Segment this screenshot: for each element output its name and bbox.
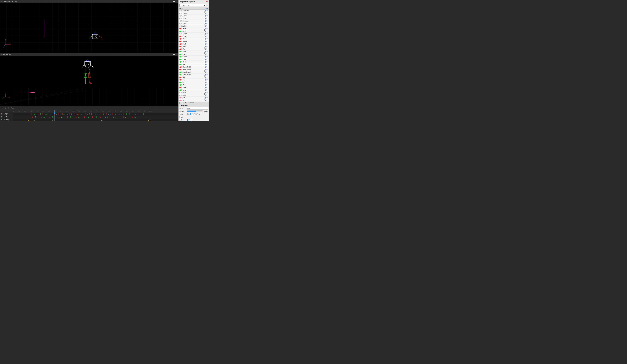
marker-eye-icon[interactable]: 👁 xyxy=(206,25,208,27)
viewport-bottom-maximize[interactable]: ⬜ xyxy=(173,53,175,55)
marker-eye-icon[interactable]: 👁 xyxy=(206,51,208,53)
options-controls[interactable]: 👁 ↗ xyxy=(187,119,195,121)
analog-channels-header[interactable]: ▶ ≈ Analog channels xyxy=(179,102,209,104)
marker-eye-icon[interactable]: 👁 xyxy=(206,35,208,37)
marker-eye-icon[interactable]: 👁 xyxy=(206,56,208,58)
timeline-tool-icon[interactable]: ⚙ xyxy=(19,107,21,109)
marker-checkbox[interactable] xyxy=(204,36,206,37)
marker-checkbox[interactable] xyxy=(204,48,206,50)
marker-eye-icon[interactable]: 👁 xyxy=(206,41,208,43)
option-check-2[interactable] xyxy=(191,119,193,121)
marker-checkbox[interactable] xyxy=(204,23,206,24)
marker-eye-icon[interactable]: 👁 xyxy=(206,20,208,22)
playback-buttons[interactable]: ⏮ ▶ ⏭ xyxy=(1,107,10,109)
prop-label-input[interactable] xyxy=(187,107,208,110)
marker-checkbox[interactable] xyxy=(204,12,206,14)
play-button[interactable]: ▶ xyxy=(4,107,7,109)
marker-checkbox[interactable] xyxy=(204,56,206,58)
marker-eye-icon[interactable]: 👁 xyxy=(206,76,208,78)
marker-checkbox[interactable] xyxy=(204,41,206,42)
marker-eye-icon[interactable]: 👁 xyxy=(206,33,208,35)
marker-eye-icon[interactable]: 👁 xyxy=(206,43,208,45)
marker-checkbox[interactable] xyxy=(204,74,206,76)
marker-eye-icon[interactable]: 👁 xyxy=(206,94,208,96)
marker-eye-icon[interactable]: 👁 xyxy=(206,79,208,81)
marker-eye-icon[interactable]: 👁 xyxy=(206,84,208,86)
color-radio-group[interactable] xyxy=(190,113,198,115)
marker-checkbox[interactable] xyxy=(204,92,206,94)
viewport-perspective[interactable]: Perspective ⬜ × xyxy=(0,53,178,106)
marker-checkbox[interactable] xyxy=(204,100,206,101)
marker-eye-icon[interactable]: 👁 xyxy=(206,58,208,60)
panel-header-icons[interactable]: 📌 xyxy=(206,1,208,2)
marker-eye-icon[interactable]: 👁 xyxy=(206,15,208,17)
marker-checkbox[interactable] xyxy=(204,76,206,78)
marker-checkbox[interactable] xyxy=(204,69,206,70)
marker-checkbox[interactable] xyxy=(204,28,206,30)
marker-eye-icon[interactable]: 👁 xyxy=(206,17,208,19)
marker-checkbox[interactable] xyxy=(204,46,206,48)
radius-bar[interactable] xyxy=(187,110,203,112)
marker-eye-icon[interactable]: 👁 xyxy=(206,81,208,83)
viewport-orthogonal[interactable]: Orthogonal ▼ Top ⬜ × X xyxy=(0,0,178,53)
prev-button[interactable]: ⏮ xyxy=(1,107,4,109)
model-dropdown[interactable]: modele_TUG xyxy=(179,4,206,7)
option-eye-icon[interactable]: 👁 xyxy=(189,119,191,121)
marker-checkbox[interactable] xyxy=(204,38,206,40)
model-selector[interactable]: modele_TUG ⚙ xyxy=(179,3,209,7)
marker-eye-icon[interactable]: 👁 xyxy=(206,23,208,25)
marker-eye-icon[interactable]: 👁 xyxy=(206,10,208,12)
marker-checkbox[interactable] xyxy=(204,64,206,65)
marker-checkbox[interactable] xyxy=(204,15,206,17)
marker-checkbox[interactable] xyxy=(204,43,206,45)
marker-eye-icon[interactable]: 👁 xyxy=(206,69,208,71)
marker-eye-icon[interactable]: 👁 xyxy=(206,92,208,94)
next-button[interactable]: ⏭ xyxy=(7,107,10,109)
marker-checkbox[interactable] xyxy=(204,84,206,86)
marker-checkbox[interactable] xyxy=(204,33,206,35)
marker-eye-icon[interactable]: 👁 xyxy=(206,89,208,91)
marker-eye-icon[interactable]: 👁 xyxy=(206,66,208,68)
marker-eye-icon[interactable]: 👁 xyxy=(206,48,208,50)
timeline-cursor-icon[interactable]: ✛ xyxy=(18,107,19,109)
marker-checkbox[interactable] xyxy=(204,87,206,88)
marker-list[interactable]: R.Shoulder👁R.Offset👁R.Elbow👁R.Wrist👁L.Sh… xyxy=(179,9,209,102)
marker-eye-icon[interactable]: 👁 xyxy=(206,46,208,48)
marker-eye-icon[interactable]: 👁 xyxy=(206,99,208,101)
viewport-top-close[interactable]: × xyxy=(176,0,178,2)
marker-checkbox[interactable] xyxy=(204,82,206,83)
marker-checkbox[interactable] xyxy=(204,94,206,96)
marker-eye-icon[interactable]: 👁 xyxy=(206,71,208,73)
model-settings-icon[interactable]: ⚙ xyxy=(207,4,208,6)
marker-checkbox[interactable] xyxy=(204,18,206,19)
marker-eye-icon[interactable]: 👁 xyxy=(206,74,208,76)
color-radio-4[interactable] xyxy=(196,113,198,115)
marker-eye-icon[interactable]: 👁 xyxy=(206,30,208,32)
marker-checkbox[interactable] xyxy=(204,10,206,12)
marker-eye-icon[interactable]: 👁 xyxy=(206,12,208,14)
marker-eye-icon[interactable]: 👁 xyxy=(206,63,208,65)
marker-eye-icon[interactable]: 👁 xyxy=(206,61,208,63)
marker-checkbox[interactable] xyxy=(204,58,206,60)
panel-pin-icon[interactable]: 📌 xyxy=(206,1,208,2)
color-radio-3[interactable] xyxy=(194,113,196,115)
viewport-top-maximize[interactable]: ⬜ xyxy=(173,0,175,2)
color-radio-2[interactable] xyxy=(192,113,194,115)
marker-checkbox[interactable] xyxy=(204,61,206,63)
marker-checkbox[interactable] xyxy=(204,20,206,22)
marker-checkbox[interactable] xyxy=(204,97,206,99)
option-check-1[interactable] xyxy=(187,119,188,121)
color-dropdown-arrow[interactable]: ▼ xyxy=(199,113,200,115)
marker-eye-icon[interactable]: 👁 xyxy=(206,38,208,40)
marker-checkbox[interactable] xyxy=(204,30,206,32)
prop-color-swatch[interactable] xyxy=(187,113,189,115)
marker-eye-icon[interactable]: 👁 xyxy=(206,53,208,55)
marker-checkbox[interactable] xyxy=(204,79,206,81)
marker-eye-icon[interactable]: 👁 xyxy=(206,87,208,89)
marker-checkbox[interactable] xyxy=(204,25,206,27)
marker-eye-icon[interactable]: 👁 xyxy=(206,28,208,30)
marker-checkbox[interactable] xyxy=(204,51,206,52)
marker-checkbox[interactable] xyxy=(204,53,206,55)
viewport-bottom-close[interactable]: × xyxy=(176,53,178,55)
color-radio-1[interactable] xyxy=(190,113,191,115)
